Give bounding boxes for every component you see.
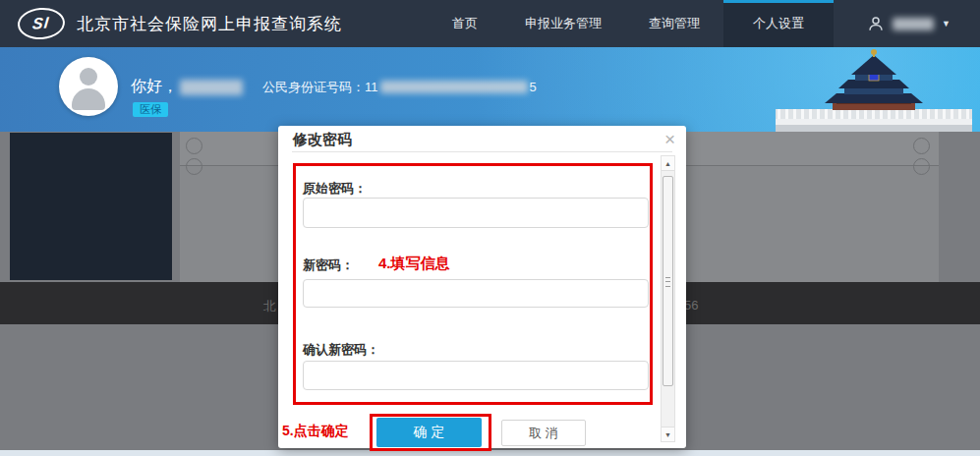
new-password-label: 新密码： — [303, 256, 354, 274]
hero-header: 你好， 公民身份证号码： 11 5 医保 — [0, 47, 980, 133]
screen: SI 北京市社会保险网上申报查询系统 首页 申报业务管理 查询管理 个人设置 ▼… — [0, 0, 980, 456]
modal-divider — [292, 151, 672, 152]
radio-circle — [913, 158, 930, 175]
dimmed-dark-panel — [10, 133, 172, 280]
chevron-down-icon: ▼ — [942, 19, 951, 28]
footer-text-fragment-right: 56 — [684, 298, 698, 313]
user-icon — [867, 15, 885, 32]
annotation-step5: 5.点击确定 — [282, 423, 349, 440]
id-suffix: 5 — [530, 80, 537, 94]
greeting-row: 你好， 公民身份证号码： 11 5 — [131, 77, 537, 97]
confirm-password-input[interactable] — [303, 361, 649, 390]
logo-text: SI — [32, 14, 51, 32]
top-navigation-bar: SI 北京市社会保险网上申报查询系统 首页 申报业务管理 查询管理 个人设置 ▼ — [0, 0, 980, 47]
app-title: 北京市社会保险网上申报查询系统 — [77, 13, 342, 35]
confirm-button[interactable]: 确 定 — [376, 418, 482, 447]
scrollbar-grip-icon — [665, 277, 670, 287]
greeting-text: 你好， — [131, 77, 178, 97]
new-password-input[interactable] — [303, 279, 649, 308]
modal-scrollbar[interactable]: ▲ ▼ — [661, 155, 675, 442]
radio-circle — [913, 138, 930, 154]
nav-item-declaration-management[interactable]: 申报业务管理 — [501, 0, 625, 47]
medical-insurance-badge: 医保 — [133, 102, 168, 117]
redacted-id-number — [380, 81, 528, 93]
temple-of-heaven-illustration — [776, 48, 972, 133]
nav-item-query-management[interactable]: 查询管理 — [625, 0, 723, 47]
main-nav: 首页 申报业务管理 查询管理 个人设置 — [429, 0, 834, 47]
radio-circle — [186, 138, 202, 154]
si-logo-icon: SI — [17, 6, 66, 40]
avatar — [59, 57, 118, 116]
modal-title: 修改密码 — [293, 131, 352, 149]
scrollbar-down-icon[interactable]: ▼ — [662, 427, 674, 441]
scrollbar-thumb[interactable] — [663, 176, 673, 386]
change-password-modal: 修改密码 × 原始密码： 新密码： 4.填写信息 确认新密码： ▲ ▼ 5.点击… — [278, 126, 686, 448]
redacted-name — [180, 80, 243, 95]
footer-text-fragment-left: 北 — [263, 298, 276, 315]
redacted-user-name — [893, 18, 934, 30]
page-bottom-strip — [0, 450, 980, 456]
user-menu[interactable]: ▼ — [867, 15, 951, 32]
cancel-button[interactable]: 取 消 — [501, 420, 586, 446]
nav-item-personal-settings[interactable]: 个人设置 — [723, 0, 834, 47]
close-icon[interactable]: × — [664, 130, 675, 148]
original-password-label: 原始密码： — [303, 180, 367, 198]
avatar-person-icon — [80, 68, 97, 86]
radio-circle — [186, 158, 202, 175]
annotation-step4: 4.填写信息 — [378, 255, 450, 273]
original-password-input[interactable] — [303, 198, 649, 228]
id-label: 公民身份证号码： — [262, 79, 365, 96]
confirm-password-label: 确认新密码： — [303, 341, 379, 359]
nav-item-home[interactable]: 首页 — [429, 0, 501, 47]
scrollbar-up-icon[interactable]: ▲ — [662, 156, 674, 171]
id-prefix: 11 — [365, 80, 378, 94]
